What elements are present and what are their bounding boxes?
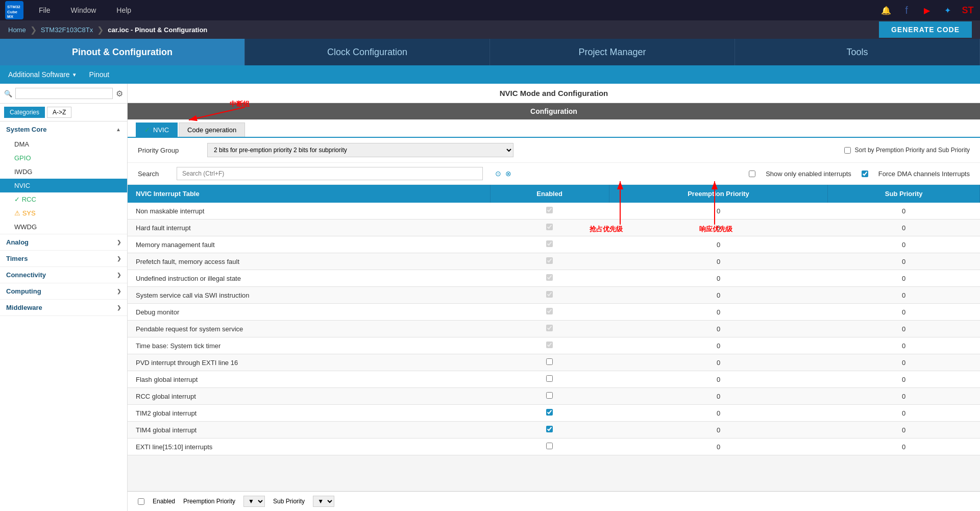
main-tabs: Pinout & Configuration Clock Configurati…: [0, 39, 980, 65]
search-icon: 🔍: [4, 90, 12, 98]
sidebar-search-input[interactable]: [15, 88, 113, 99]
notification-icon[interactable]: 🔔: [879, 3, 893, 17]
enabled-checkbox[interactable]: [546, 224, 553, 230]
menu-window[interactable]: Window: [71, 6, 96, 14]
interrupt-name-cell: Undefined instruction or illegal state: [128, 270, 490, 287]
enabled-checkbox[interactable]: [546, 274, 553, 281]
menu-help[interactable]: Help: [116, 6, 131, 14]
enabled-cell: [490, 388, 609, 405]
breadcrumb: Home ❯ STM32F103C8Tx ❯ car.ioc - Pinout …: [0, 20, 980, 39]
enabled-checkbox[interactable]: [546, 342, 553, 348]
nvic-tab-nvic[interactable]: ✓ NVIC: [136, 123, 178, 137]
sidebar-section-header-system-core[interactable]: System Core ▲: [0, 121, 127, 137]
interrupt-name-cell: PVD interrupt through EXTI line 16: [128, 354, 490, 371]
breadcrumb-current: car.ioc - Pinout & Configuration: [108, 26, 207, 34]
table-row: Flash global interrupt00: [128, 371, 980, 388]
enabled-checkbox[interactable]: [546, 409, 553, 416]
search-row: Search ⊙ ⊗ Show only enabled interrupts …: [128, 163, 980, 185]
facebook-icon[interactable]: f: [899, 3, 914, 17]
bottom-sub-select[interactable]: ▼: [313, 496, 334, 507]
menu-file[interactable]: File: [39, 6, 51, 14]
sidebar-item-iwdg[interactable]: IWDG: [0, 165, 127, 179]
enabled-checkbox[interactable]: [546, 426, 553, 432]
settings-icon[interactable]: ⚙: [116, 89, 123, 99]
tab-tools[interactable]: Tools: [735, 39, 980, 65]
sub-priority-cell: 0: [828, 354, 980, 371]
breadcrumb-sep-2: ❯: [97, 25, 104, 35]
table-body: Non maskable interrupt00Hard fault inter…: [128, 203, 980, 455]
col-sub-priority: Sub Priority: [828, 185, 980, 203]
table-row: Memory management fault00: [128, 236, 980, 253]
bottom-enabled-label: Enabled: [153, 498, 175, 505]
table-row: TIM2 global interrupt00: [128, 405, 980, 422]
subtab-additional-software[interactable]: Additional Software ▼: [8, 70, 77, 79]
sidebar-item-nvic[interactable]: NVIC: [0, 179, 127, 192]
analog-label: Analog: [6, 238, 29, 246]
sidebar-tab-az[interactable]: A->Z: [47, 107, 71, 118]
enabled-checkbox[interactable]: [546, 325, 553, 331]
sort-priority-label: Sort by Premption Priority and Sub Prior…: [855, 147, 970, 154]
tab-project-manager[interactable]: Project Manager: [490, 39, 735, 65]
sidebar: 🔍 ⚙ Categories A->Z System Core ▲ DMA GP…: [0, 84, 128, 511]
table-row: Debug monitor00: [128, 304, 980, 321]
enabled-checkbox[interactable]: [546, 207, 553, 213]
svg-text:STM32: STM32: [7, 5, 20, 9]
tab-pinout-config[interactable]: Pinout & Configuration: [0, 39, 245, 65]
breadcrumb-device[interactable]: STM32F103C8Tx: [41, 26, 93, 34]
subtab-pinout[interactable]: Pinout: [89, 70, 110, 79]
enabled-checkbox[interactable]: [546, 392, 553, 399]
system-core-label: System Core: [6, 126, 46, 133]
search-clear-icon[interactable]: ⊙: [495, 169, 501, 178]
content-area: 🔍 ⚙ Categories A->Z System Core ▲ DMA GP…: [0, 84, 980, 511]
show-enabled-label: Show only enabled interrupts: [766, 170, 851, 178]
st-icon[interactable]: ST: [961, 3, 975, 17]
preemption-cell: 0: [609, 354, 828, 371]
sidebar-tab-categories[interactable]: Categories: [4, 107, 45, 118]
enabled-checkbox[interactable]: [546, 375, 553, 382]
sidebar-section-header-timers[interactable]: Timers ❯: [0, 251, 127, 266]
sidebar-item-sys[interactable]: SYS: [0, 206, 127, 220]
enabled-cell: [490, 270, 609, 287]
priority-group-select[interactable]: 2 bits for pre-emption priority 2 bits f…: [207, 143, 513, 157]
tab-clock-config[interactable]: Clock Configuration: [245, 39, 490, 65]
bottom-enabled-checkbox[interactable]: [138, 498, 144, 505]
twitter-icon[interactable]: ✦: [940, 3, 954, 17]
chevron-right-icon: ❯: [117, 239, 121, 245]
col-preemption: Preemption Priority: [609, 185, 828, 203]
breadcrumb-home[interactable]: Home: [8, 26, 26, 34]
sort-priority-checkbox[interactable]: [844, 147, 851, 154]
computing-label: Computing: [6, 287, 41, 295]
sidebar-section-computing: Computing ❯: [0, 283, 127, 300]
sidebar-item-dma[interactable]: DMA: [0, 137, 127, 151]
sidebar-section-header-connectivity[interactable]: Connectivity ❯: [0, 267, 127, 283]
enabled-checkbox[interactable]: [546, 308, 553, 314]
svg-text:Cube: Cube: [7, 10, 18, 14]
force-dma-checkbox[interactable]: [862, 171, 868, 177]
top-bar: STM32 Cube MX File Window Help 🔔 f ▶ ✦ S…: [0, 0, 980, 20]
chevron-right-icon-3: ❯: [117, 272, 121, 278]
interrupt-name-cell: Prefetch fault, memory access fault: [128, 253, 490, 270]
interrupt-table: NVIC Interrupt Table Enabled Preemption …: [128, 185, 980, 455]
show-enabled-checkbox[interactable]: [749, 171, 755, 177]
sidebar-section-header-computing[interactable]: Computing ❯: [0, 283, 127, 299]
search-input[interactable]: [177, 167, 483, 180]
search-check-options: Show only enabled interrupts Force DMA c…: [749, 170, 970, 178]
nvic-tab-codegen[interactable]: Code generation: [179, 123, 245, 137]
sidebar-item-gpio[interactable]: GPIO: [0, 151, 127, 165]
sub-priority-cell: 0: [828, 388, 980, 405]
sidebar-section-header-middleware[interactable]: Middleware ❯: [0, 300, 127, 315]
sidebar-item-wwdg[interactable]: WWDG: [0, 220, 127, 234]
search-go-icon[interactable]: ⊗: [505, 169, 511, 178]
generate-code-button[interactable]: GENERATE CODE: [879, 21, 972, 38]
enabled-checkbox[interactable]: [546, 257, 553, 264]
enabled-checkbox[interactable]: [546, 240, 553, 247]
youtube-icon[interactable]: ▶: [920, 3, 934, 17]
enabled-checkbox[interactable]: [546, 443, 553, 449]
sidebar-item-rcc[interactable]: RCC: [0, 192, 127, 206]
enabled-checkbox[interactable]: [546, 358, 553, 365]
bottom-preemption-select[interactable]: ▼: [243, 496, 265, 507]
sidebar-section-header-analog[interactable]: Analog ❯: [0, 234, 127, 250]
chevron-down-icon: ▼: [72, 72, 77, 78]
sidebar-section-timers: Timers ❯: [0, 251, 127, 267]
enabled-checkbox[interactable]: [546, 291, 553, 298]
